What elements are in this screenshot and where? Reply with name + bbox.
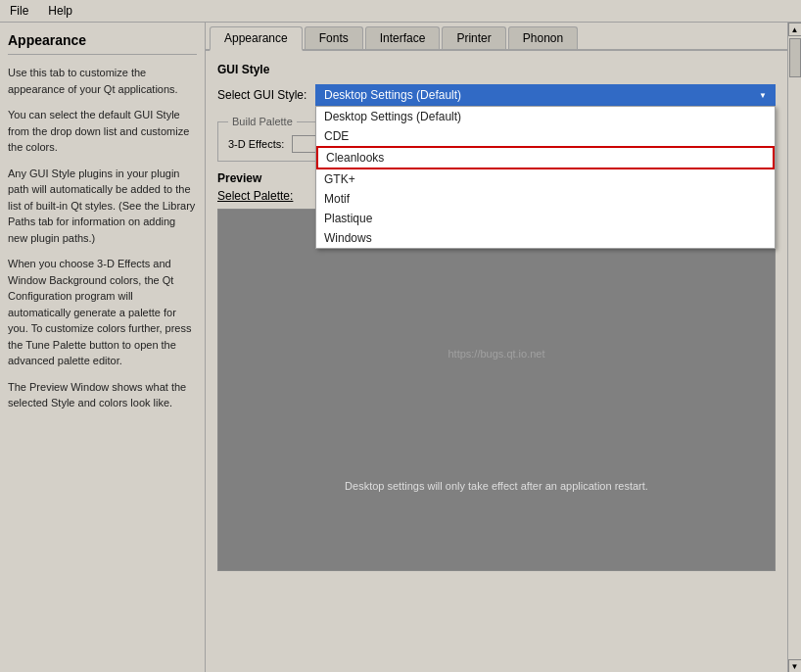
preview-notice: Desktop settings will only take effect a…: [218, 480, 775, 492]
select-gui-style-label: Select GUI Style:: [217, 88, 315, 102]
sidebar-para-5: The Preview Window shows what the select…: [8, 379, 197, 411]
sidebar-para-2: You can select the default GUI Style fro…: [8, 107, 197, 156]
main-window: Appearance Use this tab to customize the…: [0, 23, 801, 672]
sidebar-description: Use this tab to customize the appearance…: [8, 65, 197, 411]
tab-phonon[interactable]: Phonon: [508, 26, 578, 49]
gui-style-section-label: GUI Style: [217, 63, 776, 76]
gui-style-dropdown-selected[interactable]: Desktop Settings (Default): [315, 84, 776, 106]
preview-inner-text: https://bugs.qt.io.net: [448, 348, 544, 360]
tab-fonts[interactable]: Fonts: [305, 26, 363, 49]
sidebar-para-1: Use this tab to customize the appearance…: [8, 65, 197, 97]
scrollbar-thumb[interactable]: [789, 38, 801, 77]
scrollbar-down-arrow[interactable]: ▼: [788, 659, 802, 672]
dropdown-item-cde[interactable]: CDE: [316, 126, 775, 146]
gui-style-dropdown-container: Desktop Settings (Default) Desktop Setti…: [315, 84, 776, 106]
tab-bar: Appearance Fonts Interface Printer Phono…: [206, 23, 787, 51]
content-area: Appearance Fonts Interface Printer Phono…: [206, 23, 787, 672]
tab-appearance[interactable]: Appearance: [210, 26, 303, 51]
build-palette-legend: Build Palette: [228, 116, 297, 127]
sidebar: Appearance Use this tab to customize the…: [0, 23, 206, 672]
dropdown-item-plastique[interactable]: Plastique: [316, 209, 775, 228]
sidebar-para-3: Any GUI Style plugins in your plugin pat…: [8, 166, 197, 247]
tab-interface[interactable]: Interface: [365, 26, 441, 49]
effects-label: 3-D Effects:: [228, 138, 284, 150]
gui-style-dropdown-list: Desktop Settings (Default) CDE Cleanlook…: [315, 106, 776, 249]
menubar: File Help: [0, 0, 801, 23]
select-palette-label[interactable]: Select Palette:: [217, 189, 293, 203]
dropdown-item-windows[interactable]: Windows: [316, 228, 775, 248]
scrollbar-up-arrow[interactable]: ▲: [788, 23, 802, 36]
dropdown-item-desktop[interactable]: Desktop Settings (Default): [316, 107, 775, 126]
sidebar-title: Appearance: [8, 32, 197, 55]
dropdown-item-cleanlooks[interactable]: Cleanlooks: [316, 146, 775, 169]
dropdown-item-gtk[interactable]: GTK+: [316, 169, 775, 189]
tab-content: GUI Style Select GUI Style: Desktop Sett…: [206, 51, 787, 672]
dropdown-item-motif[interactable]: Motif: [316, 189, 775, 209]
sidebar-para-4: When you choose 3-D Effects and Window B…: [8, 256, 197, 369]
preview-window: https://bugs.qt.io.net Desktop settings …: [217, 209, 776, 571]
select-gui-style-row: Select GUI Style: Desktop Settings (Defa…: [217, 84, 776, 106]
file-menu[interactable]: File: [4, 2, 34, 20]
scrollbar: ▲ ▼: [787, 23, 801, 672]
help-menu[interactable]: Help: [42, 2, 78, 20]
tab-printer[interactable]: Printer: [442, 26, 505, 49]
